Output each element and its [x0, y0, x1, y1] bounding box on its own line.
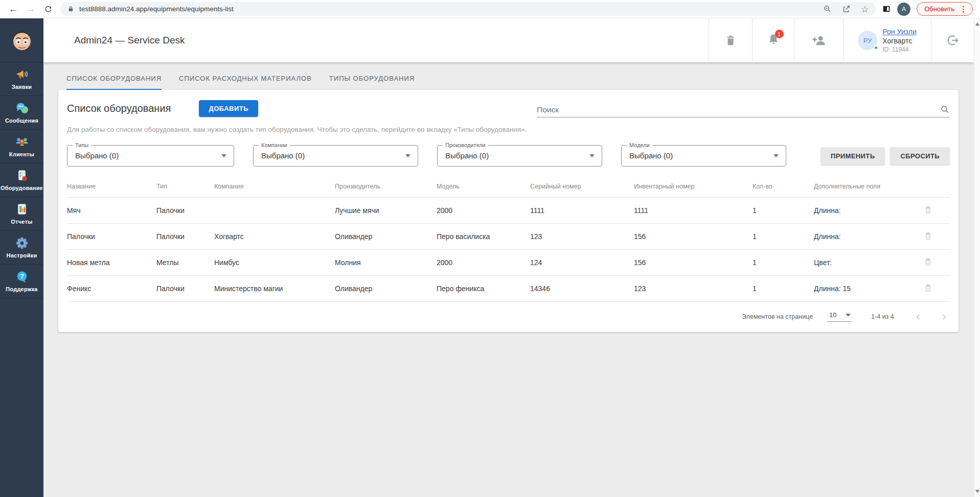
- browser-reload-button[interactable]: [40, 2, 56, 17]
- app-header: Admin24 — Service Desk 1 РУ: [43, 18, 974, 62]
- cell-name: Феникс: [67, 276, 156, 302]
- header-user-block: РУ Рон Уизли Хогвартс ID: 11944: [843, 18, 931, 62]
- column-header-actions: [916, 180, 950, 198]
- cell-inventory-number: 1111: [634, 198, 753, 224]
- cell-type: Палочки: [156, 224, 214, 250]
- sidebar-item-nastroyki[interactable]: Настройки: [0, 231, 43, 265]
- sidebar-item-klienty[interactable]: Клиенты: [0, 130, 43, 163]
- column-header: Серийный номер: [530, 180, 634, 198]
- share-icon[interactable]: [842, 5, 851, 13]
- sidebar-item-zayavki[interactable]: Заявки: [0, 62, 43, 96]
- delete-row-button[interactable]: [924, 205, 932, 216]
- sidebar-item-oborudovanie[interactable]: Оборудование: [0, 163, 43, 197]
- user-name-link[interactable]: Рон Уизли: [882, 28, 916, 36]
- cell-serial-number: 123: [530, 224, 634, 250]
- scroll-up-arrow-icon[interactable]: [975, 22, 979, 26]
- address-bar[interactable]: test8888.admin24.app/equipments/equipmen…: [60, 2, 876, 16]
- column-header: Кол-во: [753, 180, 814, 198]
- chevron-down-icon: [405, 154, 411, 157]
- delete-row-button[interactable]: [924, 257, 932, 268]
- column-header: Модель: [437, 180, 530, 198]
- filter-manufacturers-select[interactable]: Производители Выбрано (0): [437, 145, 602, 167]
- side-panel-icon[interactable]: [882, 5, 891, 13]
- checklist-icon: [15, 169, 29, 182]
- cell-quantity: 1: [753, 198, 814, 224]
- lock-icon: [67, 5, 74, 13]
- app-window: Заявки Сообщения Клиенты: [0, 18, 980, 497]
- tab-bar: СПИСОК ОБОРУДОВАНИЯ СПИСОК РАСХОДНЫХ МАТ…: [43, 62, 974, 90]
- next-page-button[interactable]: ›: [942, 313, 947, 320]
- browser-forward-button[interactable]: →: [22, 2, 39, 17]
- column-header: Дополнительные поля: [814, 180, 916, 198]
- bar-chart-doc-icon: [15, 203, 29, 216]
- equipment-table: Название Тип Компания Производитель Моде…: [67, 180, 950, 302]
- cell-extra-fields: Цвет:: [814, 250, 916, 276]
- cell-quantity: 1: [753, 224, 814, 250]
- megaphone-icon: [15, 68, 29, 81]
- cell-quantity: 1: [753, 250, 814, 276]
- reload-icon: [44, 5, 53, 13]
- cell-company: Министерство магии: [214, 276, 335, 302]
- filter-types-select[interactable]: Типы Выбрано (0): [67, 145, 234, 167]
- trash-icon: [725, 34, 736, 46]
- add-equipment-button[interactable]: ДОБАВИТЬ: [199, 100, 258, 117]
- question-bubble-icon: ?: [15, 270, 29, 283]
- browser-profile-avatar[interactable]: A: [897, 3, 910, 16]
- browser-back-button[interactable]: ←: [5, 2, 21, 17]
- notification-badge: 1: [775, 30, 784, 38]
- cell-model: 2000: [437, 250, 530, 276]
- column-header: Инвентарный номер: [634, 180, 753, 198]
- cell-type: Метлы: [156, 250, 214, 276]
- sidebar-user-avatar[interactable]: [0, 18, 43, 62]
- search-icon[interactable]: [940, 105, 950, 114]
- user-initials-avatar[interactable]: РУ: [858, 31, 877, 50]
- prev-page-button[interactable]: ‹: [916, 313, 921, 320]
- filter-row: Типы Выбрано (0) Компании Выбрано (0) Пр…: [67, 145, 950, 167]
- browser-update-button[interactable]: Обновить ⋮: [917, 2, 973, 16]
- cell-type: Палочки: [156, 198, 214, 224]
- sidebar-item-podderzhka[interactable]: ? Поддержка: [0, 265, 43, 298]
- apply-filters-button[interactable]: ПРИМЕНИТЬ: [821, 147, 885, 165]
- chevron-down-icon: [589, 154, 595, 157]
- delete-row-button[interactable]: [924, 231, 932, 242]
- trash-icon: [924, 205, 932, 215]
- cell-model: Перо феникса: [437, 276, 530, 302]
- sidebar-item-soobscheniya[interactable]: Сообщения: [0, 96, 43, 130]
- cell-serial-number: 14346: [530, 276, 634, 302]
- online-status-dot: [874, 45, 878, 50]
- column-header: Компания: [214, 180, 335, 198]
- tab-consumables-list[interactable]: СПИСОК РАСХОДНЫХ МАТЕРИАЛОВ: [179, 75, 312, 90]
- bookmark-star-icon[interactable]: ☆: [861, 4, 869, 14]
- filter-companies-select[interactable]: Компании Выбрано (0): [253, 145, 418, 167]
- sidebar: Заявки Сообщения Клиенты: [0, 18, 43, 497]
- page-scrollbar[interactable]: [974, 18, 980, 497]
- column-header: Название: [67, 180, 156, 198]
- cell-type: Палочки: [156, 276, 214, 302]
- cell-manufacturer: Молния: [335, 250, 437, 276]
- tab-equipment-types[interactable]: ТИПЫ ОБОРУДОВАНИЯ: [329, 75, 415, 90]
- logout-button[interactable]: [931, 18, 974, 62]
- header-add-person-button[interactable]: [794, 18, 843, 62]
- page-size-label: Элементов на странице: [742, 313, 813, 320]
- logout-icon: [946, 34, 960, 47]
- filter-models-select[interactable]: Модели Выбрано (0): [621, 145, 786, 167]
- zoom-out-icon[interactable]: [823, 5, 832, 13]
- page-size-select[interactable]: 10: [827, 311, 852, 322]
- delete-row-button[interactable]: [924, 283, 932, 294]
- cell-name: Новая метла: [67, 250, 156, 276]
- header-notifications-button[interactable]: 1: [752, 18, 794, 62]
- cell-extra-fields: Длинна: 15: [814, 276, 916, 302]
- reset-filters-button[interactable]: СБРОСИТЬ: [890, 147, 950, 165]
- trash-icon: [924, 257, 932, 267]
- sidebar-item-otchety[interactable]: Отчеты: [0, 197, 43, 231]
- chevron-down-icon: [846, 314, 851, 317]
- user-photo-icon: [7, 26, 37, 55]
- cell-model: 2000: [437, 198, 530, 224]
- cell-model: Перо василиска: [437, 224, 530, 250]
- chevron-down-icon: [773, 154, 779, 157]
- browser-menu-icon[interactable]: ⋮: [960, 5, 967, 14]
- search-input[interactable]: [537, 105, 940, 114]
- scroll-down-arrow-icon[interactable]: [975, 490, 979, 493]
- tab-equipment-list[interactable]: СПИСОК ОБОРУДОВАНИЯ: [66, 75, 162, 90]
- header-trash-button[interactable]: [709, 18, 752, 62]
